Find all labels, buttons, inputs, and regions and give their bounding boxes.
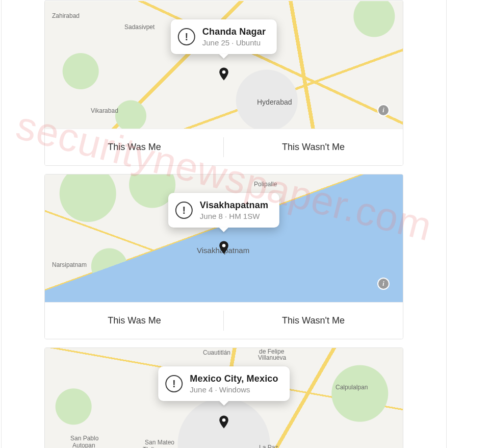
map-pin-icon (219, 415, 229, 426)
map-pin-icon (219, 67, 229, 78)
map-info-icon[interactable]: i (378, 279, 389, 289)
confirm-row: This Was Me This Wasn't Me (45, 129, 403, 165)
confirm-row: This Was Me This Wasn't Me (45, 302, 403, 339)
alert-icon: ! (165, 375, 183, 392)
login-card: Zahirabad Sadasivpet Vikarabad Hyderabad… (44, 0, 403, 166)
this-was-me-button[interactable]: This Was Me (45, 129, 224, 165)
login-info-bubble: ! Visakhapatnam June 8 · HM 1SW (168, 193, 279, 228)
login-meta: June 25 · Ubuntu (202, 38, 266, 47)
login-review-list: Zahirabad Sadasivpet Vikarabad Hyderabad… (2, 0, 446, 448)
login-info-bubble: ! Mexico City, Mexico June 4 · Windows (158, 366, 290, 401)
login-card: Cuautitlán de Felipe Villanueva Calpulal… (44, 347, 403, 448)
login-card: Polipalle Visakhapatnam Narsipatnam ! Vi… (44, 174, 403, 339)
bubble-text: Chanda Nagar June 25 · Ubuntu (202, 27, 266, 47)
this-wasnt-me-button[interactable]: This Wasn't Me (224, 303, 403, 339)
this-wasnt-me-button[interactable]: This Wasn't Me (224, 129, 403, 165)
map-area[interactable]: Cuautitlán de Felipe Villanueva Calpulal… (45, 348, 403, 448)
bubble-text: Mexico City, Mexico June 4 · Windows (190, 374, 278, 394)
login-meta: June 4 · Windows (190, 385, 278, 394)
login-location: Mexico City, Mexico (190, 374, 278, 384)
content-frame: Zahirabad Sadasivpet Vikarabad Hyderabad… (1, 0, 447, 448)
login-location: Visakhapatnam (200, 200, 268, 211)
map-area[interactable]: Zahirabad Sadasivpet Vikarabad Hyderabad… (45, 1, 403, 129)
svg-point-0 (222, 70, 226, 74)
alert-icon: ! (175, 202, 193, 219)
login-info-bubble: ! Chanda Nagar June 25 · Ubuntu (171, 19, 277, 54)
alert-icon: ! (178, 28, 195, 45)
map-area[interactable]: Polipalle Visakhapatnam Narsipatnam ! Vi… (45, 175, 403, 302)
map-info-icon[interactable]: i (378, 105, 389, 115)
bubble-text: Visakhapatnam June 8 · HM 1SW (200, 200, 268, 220)
map-pin-icon (219, 241, 229, 251)
login-location: Chanda Nagar (202, 27, 266, 37)
svg-point-1 (222, 244, 226, 247)
login-meta: June 8 · HM 1SW (200, 212, 268, 220)
this-was-me-button[interactable]: This Was Me (45, 303, 224, 339)
svg-point-2 (222, 418, 226, 422)
